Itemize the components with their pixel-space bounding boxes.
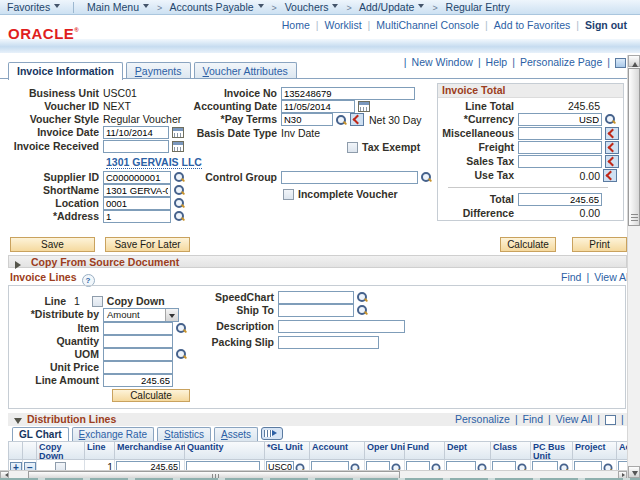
currency-lookup-icon[interactable] <box>604 113 616 125</box>
row-pc-bus-unit-field[interactable] <box>532 461 558 470</box>
quantity-field[interactable] <box>103 335 173 348</box>
distribute-by-select[interactable]: Amount <box>103 308 179 322</box>
miscellaneous-field[interactable] <box>518 127 602 140</box>
scroll-up-arrow[interactable] <box>628 55 640 67</box>
vertical-scroll-thumb[interactable] <box>628 68 640 226</box>
total-field[interactable] <box>518 193 602 206</box>
save-for-later-button[interactable]: Save For Later <box>105 237 190 252</box>
row-class-field[interactable] <box>492 461 516 470</box>
distribution-find-link[interactable]: Find <box>523 413 543 425</box>
pay-terms-field[interactable] <box>281 113 333 126</box>
dept-lookup-icon[interactable] <box>477 463 488 470</box>
tab-statistics[interactable]: Statistics <box>157 427 211 441</box>
save-button[interactable]: Save <box>10 237 95 252</box>
tab-exchange-rate[interactable]: Exchange Rate <box>72 427 154 441</box>
freight-detail-icon[interactable] <box>605 141 619 154</box>
location-lookup-icon[interactable] <box>173 197 185 209</box>
address-lookup-icon[interactable] <box>173 210 185 222</box>
row-gl-unit-field[interactable] <box>266 461 294 470</box>
speedchart-field[interactable] <box>278 291 354 304</box>
gl-unit-lookup-icon[interactable] <box>295 463 306 470</box>
new-window-link[interactable]: New Window <box>412 56 473 68</box>
row-account-field[interactable] <box>311 461 349 470</box>
calculate-button[interactable]: Calculate <box>500 237 556 252</box>
pay-terms-lookup-icon[interactable] <box>335 114 347 126</box>
tab-voucher-attributes[interactable]: Voucher Attributes <box>194 62 297 78</box>
multichannel-console-link[interactable]: MultiChannel Console <box>376 19 479 31</box>
account-lookup-icon[interactable] <box>350 463 361 470</box>
row-project-field[interactable] <box>574 461 602 470</box>
miscellaneous-detail-icon[interactable] <box>605 127 619 140</box>
project-lookup-icon[interactable] <box>603 463 614 470</box>
address-field[interactable] <box>103 210 171 223</box>
tab-gl-chart[interactable]: GL Chart <box>12 427 69 442</box>
use-tax-detail-icon[interactable] <box>603 169 617 182</box>
pay-terms-detail-icon[interactable] <box>350 113 364 126</box>
unit-price-field[interactable] <box>103 361 173 374</box>
ship-to-lookup-icon[interactable] <box>356 304 368 316</box>
breadcrumb-accounts-payable[interactable]: Accounts Payable <box>170 1 264 13</box>
accounting-date-field[interactable] <box>281 100 355 113</box>
packing-slip-field[interactable] <box>278 336 379 349</box>
copy-from-source-bar[interactable]: Copy From Source Document <box>8 255 627 268</box>
invoice-lines-find-link[interactable]: Find <box>561 271 581 283</box>
tax-exempt-checkbox[interactable] <box>347 142 358 153</box>
item-field[interactable] <box>103 322 173 335</box>
vertical-scrollbar[interactable] <box>627 55 640 478</box>
calendar-icon[interactable] <box>358 101 370 112</box>
row-quantity-field[interactable] <box>186 461 260 470</box>
oper-unit-lookup-icon[interactable] <box>391 463 402 470</box>
breadcrumb-vouchers[interactable]: Vouchers <box>285 1 339 13</box>
row-oper-unit-field[interactable] <box>366 461 390 470</box>
fund-lookup-icon[interactable] <box>431 463 442 470</box>
row-merchandise-amt-field[interactable] <box>116 461 180 470</box>
tab-assets[interactable]: Assets <box>214 427 258 441</box>
help-link[interactable]: Help <box>486 56 508 68</box>
row-dept-field[interactable] <box>446 461 476 470</box>
add-to-favorites-link[interactable]: Add to Favorites <box>494 19 570 31</box>
invoice-no-field[interactable] <box>281 87 415 100</box>
download-grid-icon[interactable] <box>605 415 616 425</box>
horizontal-scrollbar[interactable] <box>0 470 627 478</box>
control-group-lookup-icon[interactable] <box>420 171 432 183</box>
sales-tax-detail-icon[interactable] <box>605 155 619 168</box>
line-amount-field[interactable] <box>103 374 173 387</box>
calendar-icon[interactable] <box>172 141 184 152</box>
class-lookup-icon[interactable] <box>517 463 528 470</box>
print-button[interactable]: Print <box>572 237 627 252</box>
shortname-lookup-icon[interactable] <box>173 184 185 196</box>
currency-field[interactable] <box>518 113 602 126</box>
personalize-page-link[interactable]: Personalize Page <box>520 56 602 68</box>
ship-to-field[interactable] <box>278 304 354 317</box>
show-all-columns-icon[interactable] <box>261 427 283 440</box>
invoice-received-field[interactable] <box>103 140 169 153</box>
tab-payments[interactable]: Payments <box>126 62 191 78</box>
scroll-down-arrow[interactable] <box>628 466 640 478</box>
sign-out-link[interactable]: Sign out <box>585 19 627 31</box>
control-group-field[interactable] <box>281 171 418 184</box>
uom-field[interactable] <box>103 348 173 361</box>
freight-field[interactable] <box>518 141 602 154</box>
pc-bus-unit-lookup-icon[interactable] <box>559 463 570 470</box>
row-copy-down-checkbox[interactable] <box>55 462 66 470</box>
tab-invoice-information[interactable]: Invoice Information <box>8 62 123 80</box>
worklist-link[interactable]: Worklist <box>324 19 361 31</box>
delete-row-button[interactable]: − <box>24 462 36 470</box>
sales-tax-field[interactable] <box>518 155 602 168</box>
breadcrumb-add-update[interactable]: Add/Update <box>359 1 424 13</box>
invoice-lines-view-all-link[interactable]: View All <box>594 271 627 283</box>
personalize-page-icon[interactable] <box>615 58 626 68</box>
supplier-name-link[interactable]: 1301 GERVAIS LLC <box>106 156 202 169</box>
favorites-menu[interactable]: Favorites <box>7 1 60 13</box>
speedchart-lookup-icon[interactable] <box>356 291 368 303</box>
add-row-button[interactable]: + <box>10 462 22 470</box>
location-field[interactable] <box>103 197 171 210</box>
description-field[interactable] <box>278 320 405 333</box>
copy-down-checkbox[interactable] <box>92 296 103 307</box>
line-calculate-button[interactable]: Calculate <box>112 389 190 402</box>
home-link[interactable]: Home <box>282 19 310 31</box>
shortname-field[interactable] <box>103 184 171 197</box>
main-menu[interactable]: Main Menu <box>87 1 149 13</box>
incomplete-voucher-checkbox[interactable] <box>283 189 294 200</box>
distribution-view-all-link[interactable]: View All <box>556 413 593 425</box>
